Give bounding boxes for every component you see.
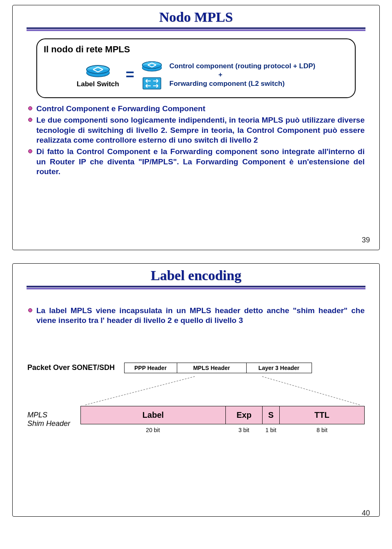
router-icon-small xyxy=(141,58,163,74)
equals-sign: = xyxy=(126,66,134,83)
connector-lines-icon xyxy=(27,373,365,406)
control-component-text: Control component (routing protocol + LD… xyxy=(169,62,315,70)
shim-bits: 20 bit 3 bit 1 bit 8 bit xyxy=(80,427,365,433)
bullet-text: La label MPLS viene incapsulata in un MP… xyxy=(36,306,365,326)
diagram-row: Label Switch = xyxy=(44,58,348,92)
bullet-text: Control Component e Forwarding Component xyxy=(36,104,205,114)
bullet-dot-icon xyxy=(28,149,32,153)
svg-rect-8 xyxy=(143,78,161,89)
bits-label: 20 bit xyxy=(80,427,225,433)
slide-title: Label encoding xyxy=(13,264,379,285)
bullet-dot-icon xyxy=(28,118,32,122)
bits-s: 1 bit xyxy=(262,427,279,433)
ppp-header-box: PPP Header xyxy=(124,363,177,373)
bullet-dot-icon xyxy=(28,308,32,312)
plus-sign: + xyxy=(169,70,272,79)
bullet-text: Le due componenti sono logicamente indip… xyxy=(36,115,365,145)
title-underline xyxy=(27,286,365,289)
cell-label: Label xyxy=(81,406,225,424)
bits-exp: 3 bit xyxy=(225,427,262,433)
shim-label: MPLS Shim Header xyxy=(27,411,72,428)
layer3-header-box: Layer 3 Header xyxy=(247,363,312,373)
slide-frame: Nodo MPLS Il nodo di rete MPLS xyxy=(12,5,380,250)
bullet-item: La label MPLS viene incapsulata in un MP… xyxy=(28,306,365,326)
slide-frame: Label encoding La label MPLS viene incap… xyxy=(12,263,380,517)
bullet-list: Control Component e Forwarding Component… xyxy=(28,104,365,177)
title-underline xyxy=(27,27,365,31)
bits-ttl: 8 bit xyxy=(279,427,365,433)
bullet-dot-icon xyxy=(28,106,32,110)
label-switch-label: Label Switch xyxy=(77,80,119,88)
bullet-item: Le due componenti sono logicamente indip… xyxy=(28,115,365,145)
cell-s: S xyxy=(262,406,279,424)
bullet-item: Di fatto la Control Component e la Forwa… xyxy=(28,147,365,177)
diagram-node-mpls: Il nodo di rete MPLS Label Switch xyxy=(36,38,356,98)
bullet-text: Di fatto la Control Component e la Forwa… xyxy=(36,147,365,177)
cell-ttl: TTL xyxy=(279,406,364,424)
router-icon xyxy=(85,61,111,79)
packet-label: Packet Over SONET/SDH xyxy=(27,363,115,372)
slide-1: Nodo MPLS Il nodo di rete MPLS xyxy=(0,0,392,258)
mpls-header-box: MPLS Header xyxy=(177,363,247,373)
shim-table: Label Exp S TTL 20 bit 3 bit 1 bit 8 bit xyxy=(80,406,365,433)
slide-title: Nodo MPLS xyxy=(13,5,379,27)
diagram-right-text: Control component (routing protocol + LD… xyxy=(169,62,315,88)
switch-icon xyxy=(142,75,162,92)
cell-exp: Exp xyxy=(225,406,262,424)
forwarding-component-text: Forwarding component (L2 switch) xyxy=(169,79,315,88)
header-boxes: PPP Header MPLS Header Layer 3 Header xyxy=(124,363,312,373)
label-switch-block: Label Switch xyxy=(77,61,119,88)
diagram-heading: Il nodo di rete MPLS xyxy=(44,44,348,55)
slide-number: 39 xyxy=(362,236,370,244)
shim-cells: Label Exp S TTL xyxy=(80,406,365,424)
svg-line-9 xyxy=(85,376,195,405)
packet-row: Packet Over SONET/SDH PPP Header MPLS He… xyxy=(27,363,365,373)
bullet-item: Control Component e Forwarding Component xyxy=(28,104,365,114)
slide-number: 40 xyxy=(362,509,370,518)
bullet-list: La label MPLS viene incapsulata in un MP… xyxy=(28,306,365,326)
svg-line-10 xyxy=(262,376,361,405)
slide-2: Label encoding La label MPLS viene incap… xyxy=(0,258,392,525)
shim-header-area: MPLS Shim Header Label Exp S TTL 20 bit … xyxy=(27,406,365,433)
right-icons xyxy=(141,58,163,92)
